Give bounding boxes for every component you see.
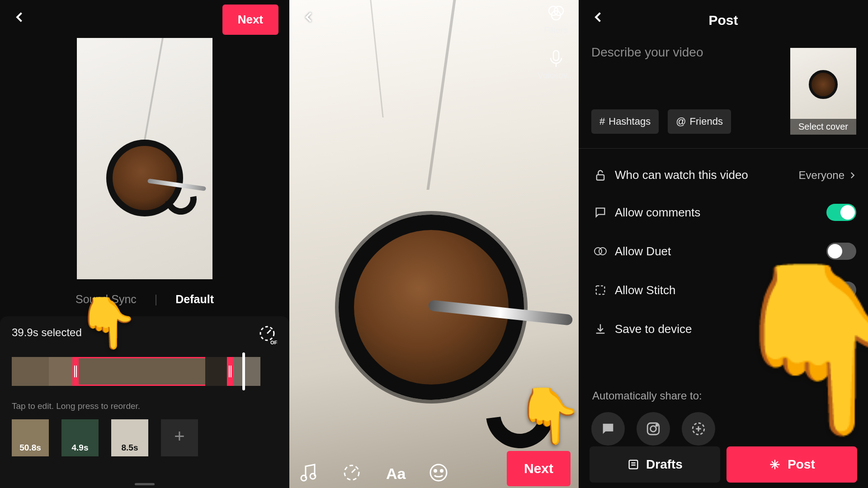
timeline[interactable] — [12, 357, 278, 386]
divider — [579, 148, 868, 149]
page-title: Post — [579, 13, 868, 28]
trim-handle-left[interactable] — [72, 357, 79, 386]
next-button[interactable]: Next — [222, 5, 278, 35]
drafts-icon — [627, 458, 640, 471]
post-button[interactable]: Post — [726, 446, 857, 483]
row-duet: Allow Duet — [590, 232, 856, 271]
drafts-button[interactable]: Drafts — [590, 446, 720, 483]
caption-area[interactable]: Describe your video #Hashtags @Friends — [591, 45, 778, 134]
toggle-save-device[interactable] — [826, 320, 856, 338]
svg-rect-19 — [596, 286, 605, 295]
tab-default[interactable]: Default — [175, 293, 214, 306]
comment-icon — [590, 206, 610, 219]
sparkle-icon — [769, 458, 781, 471]
row-comments: Allow comments — [590, 193, 856, 232]
hashtags-chip[interactable]: #Hashtags — [591, 109, 659, 134]
bottom-action-bar: Drafts Post — [590, 446, 857, 483]
drawer-grabber[interactable] — [135, 483, 155, 485]
video-preview-full[interactable] — [289, 0, 579, 488]
share-message-button[interactable] — [591, 412, 625, 446]
voiceover-button[interactable]: Voiceov... — [538, 48, 574, 80]
trim-region[interactable] — [79, 357, 205, 386]
trim-handle-right[interactable] — [227, 357, 233, 386]
svg-text:OFF: OFF — [270, 340, 278, 345]
hash-icon: # — [599, 116, 605, 127]
toggle-stitch[interactable] — [826, 282, 856, 299]
clip-item[interactable]: 50.8s — [12, 419, 49, 456]
toggle-duet[interactable] — [826, 243, 856, 260]
toggle-comments[interactable] — [826, 204, 856, 221]
clip-list: 50.8s 4.9s 8.5s + — [12, 419, 278, 456]
auto-share-label: Automatically share to: — [592, 389, 702, 402]
panel-edit: Filters Voiceov... Aa Next — [289, 0, 579, 488]
mention-icon: @ — [676, 116, 686, 127]
sync-tabs: Sound Sync | Default — [0, 293, 289, 306]
bottom-toolbar: Aa Next — [297, 451, 571, 486]
row-stitch: Allow Stitch — [590, 271, 856, 310]
speed-toggle-icon[interactable]: OFF — [257, 324, 278, 347]
svg-rect-6 — [553, 51, 559, 61]
effects-button[interactable] — [341, 462, 363, 486]
caption-placeholder: Describe your video — [591, 45, 778, 60]
share-more-button[interactable] — [682, 412, 715, 446]
video-preview[interactable] — [77, 38, 212, 279]
filters-button[interactable]: Filters — [538, 3, 574, 35]
next-button[interactable]: Next — [507, 451, 571, 486]
duration-selected-label: 39.9s selected — [12, 326, 278, 339]
svg-line-1 — [267, 330, 271, 333]
svg-line-11 — [352, 469, 355, 473]
svg-point-22 — [656, 425, 657, 426]
svg-point-13 — [430, 465, 447, 481]
reorder-hint: Tap to edit. Long press to reorder. — [12, 401, 278, 411]
row-privacy[interactable]: Who can watch this video Everyone — [590, 157, 856, 193]
stickers-button[interactable] — [428, 462, 449, 486]
text-button[interactable]: Aa — [384, 462, 406, 486]
chevron-right-icon — [848, 171, 856, 179]
tab-divider: | — [155, 293, 158, 306]
settings-list: Who can watch this video Everyone Allow … — [590, 157, 856, 348]
playhead[interactable] — [242, 352, 245, 390]
clip-item[interactable]: 8.5s — [111, 419, 148, 456]
friends-chip[interactable]: @Friends — [668, 109, 731, 134]
duet-icon — [590, 245, 610, 258]
back-button[interactable] — [300, 8, 318, 26]
side-toolbar: Filters Voiceov... — [538, 3, 574, 93]
panel-post: Post Describe your video #Hashtags @Frie… — [579, 0, 868, 488]
share-instagram-button[interactable] — [637, 412, 670, 446]
svg-text:Aa: Aa — [386, 465, 406, 482]
download-icon — [590, 323, 610, 335]
clip-item[interactable]: 4.9s — [61, 419, 99, 456]
svg-point-14 — [434, 470, 437, 472]
sounds-button[interactable] — [297, 462, 319, 486]
share-targets — [591, 412, 715, 446]
back-button[interactable] — [11, 8, 29, 26]
stitch-icon — [590, 284, 610, 296]
add-clip-button[interactable]: + — [161, 419, 198, 456]
timeline-drawer: 39.9s selected OFF Tap to edit. Long pre… — [0, 316, 289, 488]
svg-rect-16 — [597, 174, 604, 180]
tab-sound-sync[interactable]: Sound Sync — [75, 293, 137, 306]
select-cover-button[interactable]: Select cover — [790, 48, 856, 135]
panel-trim: Next Sound Sync | Default 39.9s selected… — [0, 0, 289, 488]
row-save-device: Save to device — [590, 310, 856, 348]
svg-point-21 — [651, 426, 656, 432]
lock-icon — [590, 169, 610, 182]
svg-point-15 — [441, 470, 443, 472]
svg-point-18 — [599, 248, 606, 255]
